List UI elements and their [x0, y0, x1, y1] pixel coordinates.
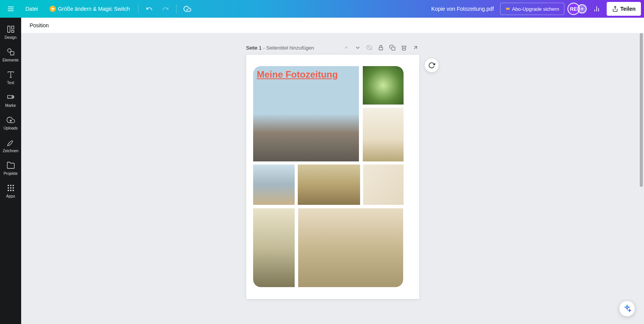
svg-point-20: [12, 185, 14, 186]
undo-button[interactable]: [142, 2, 156, 16]
upgrade-label: Abo-Upgrade sichern: [512, 6, 559, 12]
redo-icon: [162, 5, 169, 12]
sidebar-item-label: Text: [7, 81, 14, 85]
refresh-icon: [428, 62, 435, 69]
lock-button[interactable]: [377, 44, 385, 52]
eye-off-icon: [366, 45, 372, 51]
svg-rect-9: [7, 26, 10, 33]
collage-image-olive[interactable]: [253, 208, 295, 287]
magic-fab-button[interactable]: [619, 301, 635, 316]
svg-point-22: [10, 187, 12, 189]
svg-point-18: [7, 185, 9, 186]
share-label: Teilen: [621, 6, 636, 12]
share-button[interactable]: Teilen: [607, 2, 641, 16]
collage-title-text[interactable]: Meine Fotozeitung: [257, 69, 338, 80]
analytics-button[interactable]: [590, 2, 604, 16]
page-header: Seite 1 - Seitentitel hinzufügen: [246, 44, 419, 52]
sidebar-item-label: Apps: [6, 194, 15, 198]
svg-point-19: [10, 185, 12, 186]
cloud-save-button[interactable]: [180, 2, 194, 16]
cloud-check-icon: [184, 5, 191, 13]
collage-image-grass[interactable]: [298, 164, 360, 205]
main-menu-button[interactable]: [3, 1, 18, 17]
sidebar-item-label: Zeichnen: [3, 149, 18, 153]
sidebar-item-brand[interactable]: Marke: [0, 89, 21, 111]
svg-rect-28: [379, 47, 382, 50]
vertical-scrollbar[interactable]: [639, 33, 643, 324]
delete-button[interactable]: [400, 44, 408, 52]
svg-point-16: [12, 96, 13, 98]
duplicate-button[interactable]: [389, 44, 396, 52]
collage-image-surfer[interactable]: [253, 164, 295, 205]
divider: [138, 4, 138, 13]
page-down-button[interactable]: [354, 44, 362, 52]
svg-point-24: [7, 190, 9, 191]
sidebar-item-projects[interactable]: Projekte: [0, 157, 21, 179]
crown-icon: [505, 6, 511, 12]
file-menu-button[interactable]: Datei: [21, 2, 43, 16]
sidebar-item-label: Design: [5, 35, 17, 40]
canvas-page[interactable]: Meine Fotozeitung: [246, 55, 419, 299]
redo-button[interactable]: [158, 2, 172, 16]
sidebar-item-design[interactable]: Design: [0, 21, 21, 43]
context-toolbar: Position: [21, 18, 644, 33]
page-number-label: Seite 1: [246, 45, 262, 51]
apps-grid-icon: [6, 183, 15, 193]
sidebar-item-apps[interactable]: Apps: [0, 179, 21, 202]
refresh-button[interactable]: [425, 58, 439, 72]
position-button[interactable]: Position: [27, 21, 51, 30]
collage-image-picnic[interactable]: [298, 208, 403, 287]
svg-rect-29: [392, 47, 395, 50]
sidebar-item-label: Elemente: [2, 58, 18, 62]
sparkle-icon: [623, 304, 631, 313]
add-collaborator-button[interactable]: [577, 4, 587, 13]
pencil-icon: [6, 138, 15, 147]
sidebar-item-text[interactable]: Text: [0, 66, 21, 89]
undo-icon: [146, 5, 153, 12]
sidebar-item-label: Projekte: [3, 171, 18, 176]
sidebar-item-draw[interactable]: Zeichnen: [0, 134, 21, 157]
collage-image-trees[interactable]: [363, 66, 404, 105]
svg-point-21: [7, 187, 9, 189]
crown-icon: [50, 6, 56, 12]
document-name[interactable]: Kopie von Fotozeitung.pdf: [431, 6, 494, 12]
text-icon: [6, 70, 15, 79]
collage-image-vintage-car[interactable]: [363, 108, 404, 161]
sidebar-item-uploads[interactable]: Uploads: [0, 111, 21, 134]
divider: [176, 4, 177, 13]
brand-icon: [6, 93, 15, 102]
lock-icon: [378, 45, 384, 51]
svg-rect-13: [10, 52, 14, 55]
folder-icon: [6, 161, 15, 170]
hamburger-icon: [7, 5, 15, 13]
export-button[interactable]: [412, 44, 419, 52]
upgrade-button[interactable]: Abo-Upgrade sichern: [500, 3, 564, 15]
chevron-up-icon: [343, 45, 349, 51]
page-up-button[interactable]: [342, 44, 350, 52]
bar-chart-icon: [593, 5, 601, 13]
svg-rect-11: [11, 30, 13, 33]
templates-icon: [6, 25, 15, 34]
chevron-down-icon: [355, 45, 361, 51]
page-title-placeholder[interactable]: - Seitentitel hinzufügen: [263, 45, 314, 51]
resize-magic-button[interactable]: Größe ändern & Magic Switch: [45, 2, 135, 16]
collaborators: RE: [567, 3, 587, 15]
shapes-icon: [6, 47, 15, 56]
collage-image-rv[interactable]: [253, 66, 359, 161]
copy-icon: [389, 45, 395, 51]
sidebar-item-label: Marke: [5, 103, 16, 108]
top-bar: Datei Größe ändern & Magic Switch Kopie …: [0, 0, 644, 18]
collage-image-shells[interactable]: [363, 164, 404, 205]
sidebar-item-label: Uploads: [3, 126, 18, 130]
left-sidebar: Design Elemente Text Marke Uploads Zeich…: [0, 18, 21, 324]
external-link-icon: [412, 45, 419, 51]
visibility-button[interactable]: [365, 44, 373, 52]
svg-point-23: [12, 187, 14, 189]
sidebar-item-elements[interactable]: Elemente: [0, 43, 21, 66]
trash-icon: [401, 45, 407, 51]
svg-point-26: [12, 190, 14, 191]
canvas-area[interactable]: Seite 1 - Seitentitel hinzufügen: [21, 33, 644, 324]
upload-icon: [612, 6, 618, 12]
svg-point-25: [10, 190, 12, 191]
scrollbar-thumb[interactable]: [640, 33, 643, 187]
